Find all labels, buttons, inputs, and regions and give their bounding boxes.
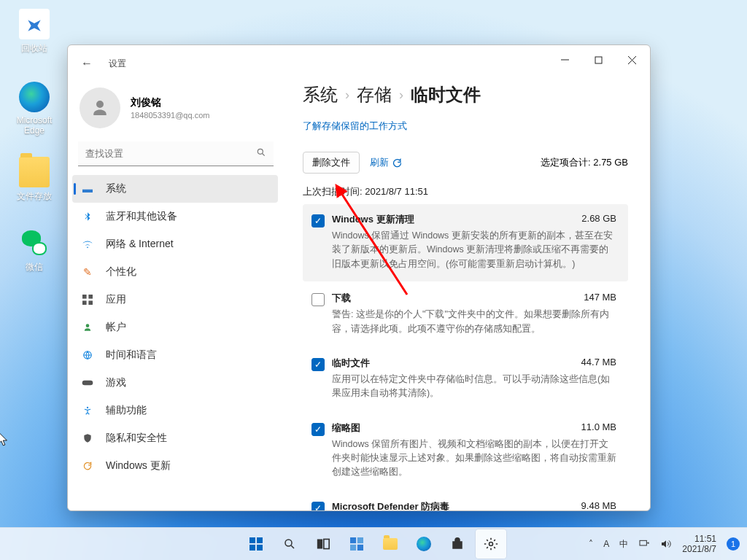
close-button[interactable] (615, 48, 649, 71)
tray-network[interactable] (634, 529, 654, 559)
refresh-button[interactable]: 刷新 (370, 156, 403, 169)
folder-icon (19, 157, 50, 187)
sidebar-item-accounts[interactable]: 帐户 (72, 314, 278, 341)
taskbar-explorer[interactable] (375, 529, 406, 559)
sidebar-item-personalize[interactable]: ✎ 个性化 (72, 258, 278, 286)
breadcrumb-storage[interactable]: 存储 (357, 83, 392, 106)
user-block[interactable]: 刘俊铭 1848053391@qq.com (68, 74, 284, 140)
sidebar-item-bluetooth[interactable]: 蓝牙和其他设备 (72, 203, 278, 230)
desktop-icon-recycle-bin[interactable]: 回收站 (9, 9, 60, 55)
folder-icon (383, 538, 398, 550)
sidebar: 刘俊铭 1848053391@qq.com ▬ 系统 (68, 74, 287, 510)
notification-center[interactable]: 1 (722, 529, 744, 559)
sidebar-item-label: 应用 (106, 293, 126, 306)
item-title: Microsoft Defender 防病毒 (332, 500, 449, 510)
temp-file-item[interactable]: 下载147 MB警告: 这些是你的个人"下载"文件夹中的文件。如果想要删除所有内… (303, 283, 628, 346)
desktop-icon-wechat[interactable]: 微信 (9, 228, 60, 273)
svg-rect-18 (640, 540, 646, 545)
sidebar-item-time[interactable]: 时间和语言 (72, 341, 278, 369)
notification-badge: 1 (727, 537, 740, 551)
tray-expand[interactable]: ˄ (584, 529, 597, 559)
accessibility-icon (81, 404, 94, 417)
sidebar-item-system[interactable]: ▬ 系统 (72, 175, 278, 203)
taskbar-edge[interactable] (409, 529, 439, 559)
chevron-up-icon: ˄ (589, 539, 593, 549)
delete-files-button[interactable]: 删除文件 (303, 152, 360, 174)
item-size: 44.7 MB (581, 357, 616, 370)
sidebar-item-privacy[interactable]: 隐私和安全性 (72, 424, 278, 452)
temp-file-item[interactable]: Microsoft Defender 防病毒9.48 MBMicrosoft D… (303, 491, 628, 510)
item-size: 11.0 MB (581, 421, 616, 435)
refresh-icon (392, 158, 403, 168)
search-icon (256, 147, 266, 160)
checkbox[interactable] (311, 214, 325, 228)
sidebar-item-accessibility[interactable]: 辅助功能 (72, 397, 278, 424)
sidebar-item-network[interactable]: 网络 & Internet (72, 230, 278, 258)
taskbar-center (241, 529, 506, 559)
tray-volume[interactable] (656, 529, 676, 559)
sidebar-item-update[interactable]: Windows 更新 (72, 452, 278, 480)
taskbar-search[interactable] (274, 529, 305, 559)
temp-file-item[interactable]: 临时文件44.7 MB应用可以在特定文件夹中存储临时信息。可以手动清除这些信息(… (303, 348, 628, 411)
taskbar-settings[interactable] (476, 529, 506, 559)
chevron-right-icon: › (399, 88, 403, 103)
svg-point-8 (87, 407, 88, 408)
item-title: 临时文件 (332, 357, 370, 370)
widgets-button[interactable] (341, 529, 372, 559)
gamepad-icon (81, 376, 94, 389)
window-titlebar[interactable]: ← 设置 (68, 45, 650, 74)
search-input[interactable] (78, 141, 274, 166)
temp-file-item[interactable]: 缩略图11.0 MBWindows 保留所有图片、视频和文档缩略图的副本，以便在… (303, 413, 628, 490)
svg-rect-13 (350, 537, 356, 543)
mouse-cursor (0, 432, 11, 452)
network-icon (638, 539, 650, 549)
sidebar-item-apps[interactable]: 应用 (72, 286, 278, 314)
selected-total: 选定项合计: 2.75 GB (541, 156, 628, 169)
edge-icon (19, 82, 50, 112)
system-tray: ˄ A 中 11:51 2021/8/7 1 (584, 529, 744, 559)
checkbox[interactable] (311, 293, 325, 306)
checkbox[interactable] (311, 358, 325, 371)
taskbar-store[interactable] (442, 529, 473, 559)
sidebar-item-label: 辅助功能 (106, 404, 147, 417)
sidebar-nav: ▬ 系统 蓝牙和其他设备 网络 & Internet ✎ (68, 175, 284, 510)
ime-indicator-a[interactable]: A (599, 529, 614, 559)
svg-point-17 (489, 542, 493, 546)
learn-more-link[interactable]: 了解存储保留的工作方式 (303, 120, 628, 133)
item-title: Windows 更新清理 (332, 213, 414, 226)
temp-file-list: Windows 更新清理2.68 GBWindows 保留通过 Windows … (303, 204, 628, 510)
task-view-button[interactable] (308, 529, 338, 559)
svg-rect-15 (350, 545, 356, 551)
ime-indicator-chinese[interactable]: 中 (615, 529, 632, 559)
widgets-icon (350, 537, 363, 551)
desktop-icon-edge[interactable]: Microsoft Edge (9, 82, 60, 136)
taskbar-clock[interactable]: 11:51 2021/8/7 (678, 529, 721, 559)
back-button[interactable]: ← (77, 52, 97, 74)
minimize-icon (561, 56, 569, 64)
svg-rect-5 (88, 300, 93, 305)
checkbox[interactable] (311, 502, 325, 510)
checkbox[interactable] (311, 423, 325, 436)
avatar (80, 88, 120, 128)
breadcrumb-system[interactable]: 系统 (303, 83, 338, 106)
breadcrumb: 系统 › 存储 › 临时文件 (303, 83, 628, 106)
bluetooth-icon (81, 210, 94, 223)
wifi-icon (81, 238, 94, 251)
search-icon (283, 537, 296, 551)
sidebar-item-gaming[interactable]: 游戏 (72, 369, 278, 397)
item-description: 警告: 这些是你的个人"下载"文件夹中的文件。如果想要删除所有内容，请选择此项。… (332, 308, 616, 336)
maximize-button[interactable] (581, 48, 615, 71)
sidebar-item-label: 游戏 (106, 376, 126, 389)
start-button[interactable] (241, 529, 271, 559)
svg-rect-0 (595, 57, 602, 63)
wechat-icon (19, 228, 50, 258)
task-view-icon (317, 538, 330, 550)
clock-date: 2021/8/7 (682, 544, 716, 554)
desktop-icon-folder[interactable]: 文件存放 (9, 157, 60, 203)
temp-file-item[interactable]: Windows 更新清理2.68 GBWindows 保留通过 Windows … (303, 204, 628, 281)
svg-point-1 (258, 149, 263, 154)
svg-rect-3 (88, 295, 93, 299)
desktop-icon-label: Microsoft Edge (9, 115, 60, 136)
minimize-button[interactable] (548, 48, 581, 71)
settings-window: ← 设置 刘俊铭 1848053391@qq.com (67, 44, 651, 511)
